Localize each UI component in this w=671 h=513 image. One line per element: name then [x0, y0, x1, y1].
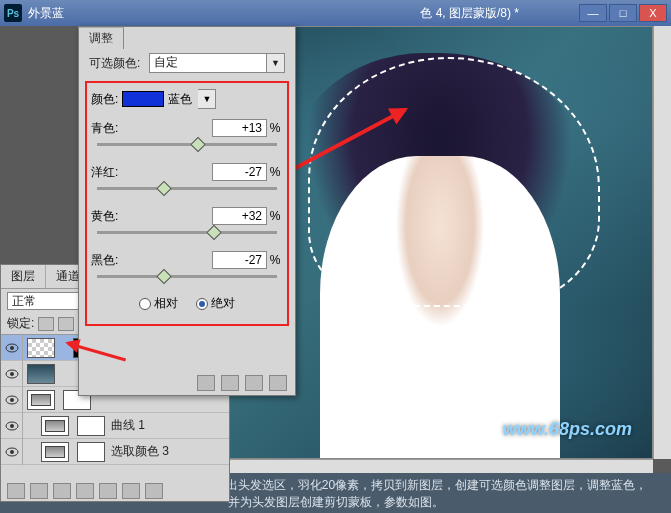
layer-name: 选取颜色 3 — [109, 443, 229, 460]
magenta-label: 洋红: — [91, 164, 136, 181]
trash-icon[interactable] — [269, 375, 287, 391]
adjustments-panel: 调整 可选颜色: 自定 ▼ 颜色: 蓝色 ▼ 青色: % — [78, 26, 296, 396]
magenta-slider[interactable] — [97, 183, 277, 195]
svg-point-3 — [10, 372, 14, 376]
adjustment-icon[interactable] — [76, 483, 94, 499]
reset-icon[interactable] — [245, 375, 263, 391]
visibility-icon[interactable] — [1, 387, 23, 413]
layer-row[interactable]: 选取颜色 3 — [1, 439, 229, 465]
document-title: 外景蓝 — [28, 5, 64, 22]
clip-icon[interactable] — [197, 375, 215, 391]
layer-thumb — [27, 338, 55, 358]
color-label: 颜色: — [91, 91, 118, 108]
visibility-icon[interactable] — [1, 361, 23, 387]
color-value: 蓝色 — [168, 91, 192, 108]
layer-thumb — [41, 442, 69, 462]
vertical-scrollbar[interactable] — [653, 26, 671, 459]
layer-row[interactable]: 曲线 1 — [1, 413, 229, 439]
black-slider[interactable] — [97, 271, 277, 283]
visibility-icon[interactable] — [1, 439, 23, 465]
title-bar: Ps 外景蓝 色 4, 图层蒙版/8) * — □ X — [0, 0, 671, 26]
mask-thumb — [77, 442, 105, 462]
lock-label: 锁定: — [7, 315, 34, 332]
mask-icon[interactable] — [53, 483, 71, 499]
svg-point-1 — [10, 346, 14, 350]
layer-thumb — [27, 390, 55, 410]
magenta-input[interactable] — [212, 163, 267, 181]
lock-pixels-icon[interactable] — [58, 317, 74, 331]
svg-point-9 — [10, 450, 14, 454]
cyan-label: 青色: — [91, 120, 136, 137]
mask-thumb — [77, 416, 105, 436]
yellow-input[interactable] — [212, 207, 267, 225]
layer-name: 曲线 1 — [109, 417, 229, 434]
preset-select[interactable]: 自定 — [149, 53, 267, 73]
layers-tab[interactable]: 图层 — [1, 265, 46, 288]
document-title-tail: 色 4, 图层蒙版/8) * — [420, 5, 519, 22]
maximize-button[interactable]: □ — [609, 4, 637, 22]
visibility-icon[interactable] — [1, 335, 23, 361]
delete-layer-icon[interactable] — [145, 483, 163, 499]
black-label: 黑色: — [91, 252, 136, 269]
color-dropdown-icon[interactable]: ▼ — [198, 89, 216, 109]
close-button[interactable]: X — [639, 4, 667, 22]
adjustments-tab[interactable]: 调整 — [79, 27, 124, 49]
app-icon: Ps — [4, 4, 22, 22]
black-input[interactable] — [212, 251, 267, 269]
layer-thumb — [27, 364, 55, 384]
cyan-slider[interactable] — [97, 139, 277, 151]
preset-dropdown-icon[interactable]: ▼ — [267, 53, 285, 73]
pct: % — [267, 121, 283, 135]
preset-label: 可选颜色: — [89, 55, 149, 72]
yellow-label: 黄色: — [91, 208, 136, 225]
layer-thumb — [41, 416, 69, 436]
absolute-radio[interactable]: 绝对 — [196, 295, 235, 312]
link-layers-icon[interactable] — [7, 483, 25, 499]
group-icon[interactable] — [99, 483, 117, 499]
visibility-icon[interactable] — [1, 413, 23, 439]
workspace: www.68ps.com 调整 可选颜色: 自定 ▼ 颜色: 蓝色 ▼ 青色: … — [0, 26, 671, 473]
lock-transparency-icon[interactable] — [38, 317, 54, 331]
minimize-button[interactable]: — — [579, 4, 607, 22]
new-layer-icon[interactable] — [122, 483, 140, 499]
fx-icon[interactable] — [30, 483, 48, 499]
svg-point-7 — [10, 424, 14, 428]
view-icon[interactable] — [221, 375, 239, 391]
svg-point-5 — [10, 398, 14, 402]
relative-radio[interactable]: 相对 — [139, 295, 178, 312]
cyan-input[interactable] — [212, 119, 267, 137]
color-swatch — [122, 91, 164, 107]
watermark-text: www.68ps.com — [503, 419, 632, 440]
yellow-slider[interactable] — [97, 227, 277, 239]
highlight-box: 颜色: 蓝色 ▼ 青色: % 洋红: % — [85, 81, 289, 326]
